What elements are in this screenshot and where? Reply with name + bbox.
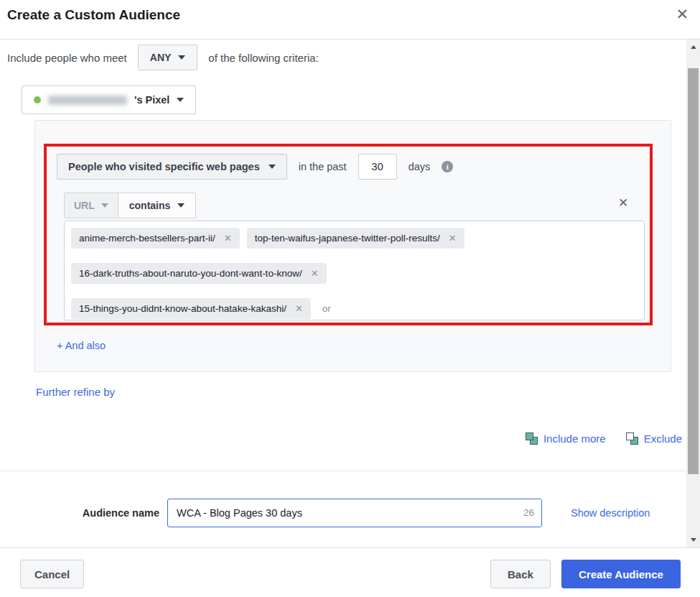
create-custom-audience-dialog: Create a Custom Audience ✕ Include peopl… [0, 0, 700, 597]
create-audience-button[interactable]: Create Audience [561, 560, 681, 588]
scroll-down-icon[interactable] [686, 534, 700, 546]
url-chip: anime-merch-bestsellers-part-ii/ ✕ [71, 228, 240, 249]
criteria-prefix-text: Include people who meet [7, 52, 127, 64]
chip-remove-icon[interactable]: ✕ [295, 303, 303, 314]
header-divider [0, 39, 700, 40]
rule-event-row: People who visited specific web pages in… [57, 154, 453, 180]
chip-remove-icon[interactable]: ✕ [449, 233, 457, 244]
url-chip: 15-things-you-didnt-know-about-hatake-ka… [71, 298, 311, 319]
scrollbar-thumb[interactable] [688, 68, 699, 474]
days-label: days [409, 161, 431, 172]
url-filter-row: URL contains [64, 193, 196, 218]
include-more-button[interactable]: Include more [526, 432, 606, 445]
or-placeholder: or [322, 303, 331, 314]
show-description-link[interactable]: Show description [571, 507, 650, 519]
criteria-suffix-text: of the following criteria: [208, 52, 318, 64]
match-type-dropdown[interactable]: ANY [138, 45, 198, 70]
match-type-value: ANY [150, 52, 172, 63]
criteria-panel: People who visited specific web pages in… [34, 120, 671, 372]
url-chip: 16-dark-truths-about-naruto-you-dont-wan… [71, 263, 327, 284]
url-chip-text: 15-things-you-didnt-know-about-hatake-ka… [79, 303, 286, 314]
info-icon[interactable]: i [442, 161, 453, 172]
scroll-up-icon[interactable] [686, 41, 700, 53]
back-button[interactable]: Back [490, 560, 551, 588]
cancel-button[interactable]: Cancel [20, 560, 84, 588]
remove-rule-icon[interactable]: ✕ [618, 195, 628, 210]
in-the-past-label: in the past [299, 161, 347, 172]
url-chip-text: top-ten-waifus-japanese-twitter-poll-res… [255, 233, 440, 244]
dialog-title: Create a Custom Audience [7, 7, 180, 23]
close-icon[interactable]: ✕ [676, 6, 689, 23]
chevron-down-icon [101, 203, 108, 208]
include-more-label: Include more [543, 432, 606, 445]
chip-remove-icon[interactable]: ✕ [224, 233, 232, 244]
url-chip-text: 16-dark-truths-about-naruto-you-dont-wan… [79, 268, 302, 279]
chevron-down-icon [269, 165, 276, 169]
pixel-active-status-dot [34, 96, 41, 103]
audience-actions: Include more Exclude [526, 432, 682, 445]
audience-name-input[interactable] [167, 499, 542, 527]
event-type-dropdown[interactable]: People who visited specific web pages [57, 154, 287, 180]
operator-dropdown[interactable]: contains [118, 193, 197, 218]
url-tokens-input[interactable]: anime-merch-bestsellers-part-ii/ ✕ top-t… [64, 221, 645, 320]
and-also-link[interactable]: + And also [57, 340, 106, 351]
chevron-down-icon [177, 98, 184, 102]
event-type-value: People who visited specific web pages [68, 161, 260, 172]
url-field-dropdown[interactable]: URL [64, 193, 118, 218]
days-input[interactable] [358, 154, 397, 180]
url-field-value: URL [74, 200, 95, 211]
scrollbar[interactable] [686, 40, 700, 547]
chevron-down-icon [178, 55, 185, 60]
criteria-header: Include people who meet ANY of the follo… [7, 43, 319, 72]
audience-name-row: Audience name 26 Show description [43, 499, 650, 527]
audience-name-wrap: 26 [167, 499, 542, 527]
section-divider [0, 471, 700, 471]
url-chip: top-ten-waifus-japanese-twitter-poll-res… [247, 228, 465, 249]
operator-value: contains [129, 200, 171, 211]
pixel-owner-redacted [48, 96, 127, 105]
footer-divider [0, 547, 700, 548]
char-count: 26 [523, 507, 534, 518]
exclude-label: Exclude [644, 432, 682, 445]
audience-name-label: Audience name [43, 507, 159, 519]
further-refine-link[interactable]: Further refine by [36, 386, 115, 398]
pixel-source-dropdown[interactable]: 's Pixel [22, 85, 196, 114]
exclude-button[interactable]: Exclude [626, 432, 682, 445]
chip-remove-icon[interactable]: ✕ [311, 268, 319, 279]
chevron-down-icon [177, 203, 185, 208]
pixel-label: 's Pixel [134, 94, 169, 106]
exclude-icon [626, 432, 638, 445]
include-more-icon [526, 432, 538, 445]
url-chip-text: anime-merch-bestsellers-part-ii/ [79, 233, 215, 244]
